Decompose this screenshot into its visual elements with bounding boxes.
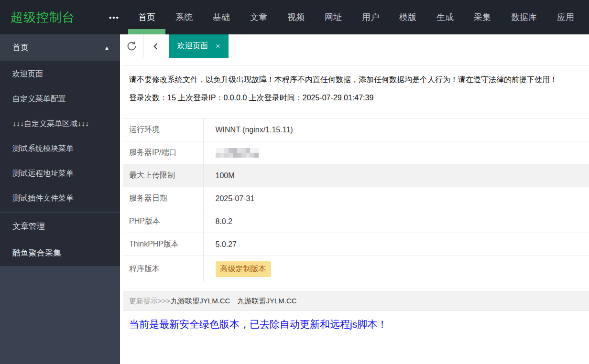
sidebar-submenu: 欢迎页面自定义菜单配置↓↓↓自定义菜单区域↓↓↓测试系统模块菜单测试远程地址菜单… [0, 61, 120, 213]
topnav-item[interactable]: 用户 [352, 0, 389, 34]
version-status-notice: 当前是最新安全绿色版本，已去除自动更新和远程js脚本！ [123, 316, 589, 338]
topnav-item[interactable]: 生成 [426, 0, 464, 34]
refresh-icon [126, 40, 138, 52]
table-row: PHP版本8.0.2 [123, 210, 589, 233]
more-icon[interactable]: ••• [100, 0, 128, 34]
topnav-item-label: 首页 [138, 11, 155, 23]
topnav-item-label: 视频 [287, 11, 305, 23]
topnav-item[interactable]: 基础 [203, 0, 240, 34]
topnav-item-label: 数据库 [511, 11, 537, 23]
login-count-value: 15 [167, 94, 176, 102]
login-info-line: 登录次数：15 上次登录IP：0.0.0.0 上次登录时间：2025-07-29… [129, 89, 589, 107]
topnav-item[interactable]: 系统 [165, 0, 203, 34]
system-info-table: 运行环境WINNT (nginx/1.15.11)服务器IP/端口最大上传限制1… [123, 118, 589, 282]
info-label-cell: 服务器日期 [123, 187, 203, 210]
sidebar-group-home[interactable]: 首页 ▲ [0, 34, 120, 61]
sidebar-item[interactable]: 欢迎页面 [0, 62, 120, 86]
tab-bar: 欢迎页面 × [120, 34, 589, 58]
update-hint-strip: 更新提示>>> 九游联盟JYLM.CC 九游联盟JYLM.CC [123, 291, 589, 311]
version-badge: 高级定制版本 [216, 261, 271, 277]
chevron-up-icon: ▲ [104, 45, 109, 51]
server-ip-redacted [216, 148, 589, 158]
sidebar-group-home-label: 首页 [12, 42, 29, 53]
topnav-item-label: 采集 [474, 11, 491, 23]
tab-label: 欢迎页面 [177, 41, 208, 51]
table-row: 服务器IP/端口 [123, 141, 589, 164]
topnav-item[interactable]: 模版 [389, 0, 426, 34]
table-row: 程序版本高级定制版本 [123, 256, 589, 282]
info-label-cell: 最大上传限制 [123, 164, 203, 187]
topnav-item-label: 用户 [362, 11, 379, 23]
table-row: 最大上传限制100M [123, 164, 589, 187]
info-label-cell: ThinkPHP版本 [123, 233, 203, 256]
table-row: 服务器日期2025-07-31 [123, 187, 589, 210]
last-time-value: 2025-07-29 01:47:39 [303, 94, 374, 102]
info-value-cell [203, 141, 589, 164]
topnav-item-label: 文章 [250, 11, 267, 23]
last-ip-value: 0.0.0.0 [223, 94, 247, 102]
login-count-label: 登录次数： [129, 94, 167, 102]
table-row: 运行环境WINNT (nginx/1.15.11) [123, 118, 589, 141]
info-label-cell: 程序版本 [123, 256, 203, 282]
last-ip-label: 上次登录IP： [178, 94, 223, 102]
topnav-item[interactable]: 应用 [547, 0, 584, 34]
info-value-cell: 100M [203, 164, 589, 187]
info-value-cell: 5.0.27 [203, 233, 589, 256]
main-content: 欢迎页面 × 请不要修改系统文件，以免升级出现故障！本程序不内置任何数据，添加任… [120, 34, 589, 364]
info-label-cell: PHP版本 [123, 210, 203, 233]
sidebar-group-header[interactable]: 酷鱼聚合采集 [0, 239, 120, 266]
sidebar-group-header[interactable]: 文章管理 [0, 213, 120, 239]
last-time-label: 上次登录时间： [249, 94, 303, 102]
topnav-item-label: 生成 [436, 11, 454, 23]
topnav-item-label: 系统 [175, 11, 193, 23]
table-row: ThinkPHP版本5.0.27 [123, 233, 589, 256]
info-label-cell: 服务器IP/端口 [123, 141, 203, 164]
sidebar-collapsed-groups: 文章管理酷鱼聚合采集 [0, 213, 120, 266]
active-nav-indicator [128, 29, 165, 34]
info-value-cell: 8.0.2 [203, 210, 589, 233]
topnav-item-label: 应用 [557, 11, 574, 23]
topnav-item[interactable]: 文章 [240, 0, 277, 34]
topnav-item[interactable]: 网址 [315, 0, 352, 34]
close-icon[interactable]: × [216, 42, 220, 51]
sidebar-item[interactable]: 自定义菜单配置 [0, 86, 120, 111]
sidebar-item[interactable]: 测试系统模块菜单 [0, 136, 120, 161]
topnav-item[interactable]: 数据库 [501, 0, 547, 34]
refresh-button[interactable] [120, 34, 144, 58]
notice-warning-text: 请不要修改系统文件，以免升级出现故障！本程序不内置任何数据，添加任何数据均是个人… [129, 71, 589, 89]
info-value-cell: 2025-07-31 [203, 187, 589, 210]
update-hint-label: 更新提示>>> [129, 297, 170, 306]
sidebar: 首页 ▲ 欢迎页面自定义菜单配置↓↓↓自定义菜单区域↓↓↓测试系统模块菜单测试远… [0, 34, 120, 364]
chevron-left-icon [151, 42, 161, 51]
prev-tab-button[interactable] [144, 34, 168, 58]
topnav-item-label: 网址 [325, 11, 342, 23]
topnav-item[interactable]: 视频 [277, 0, 315, 34]
info-value-cell: WINNT (nginx/1.15.11) [203, 118, 589, 141]
topnav-item-label: 模版 [399, 11, 416, 23]
topnav-item-label: 基础 [213, 11, 230, 23]
app-logo: 超级控制台 [0, 0, 100, 34]
update-hint-text: 九游联盟JYLM.CC 九游联盟JYLM.CC [171, 297, 296, 306]
topnav-item[interactable]: 首页 [128, 0, 165, 34]
info-value-cell: 高级定制版本 [203, 256, 589, 282]
topnav-item[interactable]: 采集 [464, 0, 501, 34]
info-label-cell: 运行环境 [123, 118, 203, 141]
sidebar-item[interactable]: ↓↓↓自定义菜单区域↓↓↓ [0, 111, 120, 136]
top-navigation: 首页系统基础文章视频网址用户模版生成采集数据库应用 [128, 0, 584, 34]
tab-welcome-page[interactable]: 欢迎页面 × [169, 34, 229, 58]
sidebar-item[interactable]: 测试远程地址菜单 [0, 161, 120, 186]
sidebar-item[interactable]: 测试插件文件菜单 [0, 186, 120, 211]
system-notice-panel: 请不要修改系统文件，以免升级出现故障！本程序不内置任何数据，添加任何数据均是个人… [123, 65, 589, 112]
topbar: 超级控制台 ••• 首页系统基础文章视频网址用户模版生成采集数据库应用 [0, 0, 589, 34]
